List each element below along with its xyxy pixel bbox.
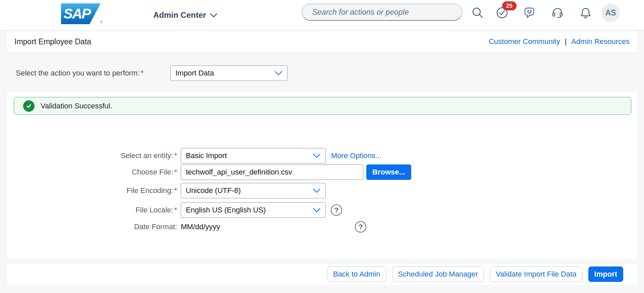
file-locale-row: File Locale:* English US (English US) ? bbox=[7, 202, 342, 218]
success-check-icon bbox=[23, 100, 35, 112]
help-icon[interactable]: ? bbox=[355, 221, 366, 233]
help-icon[interactable]: ? bbox=[331, 204, 342, 216]
chevron-down-icon bbox=[313, 208, 321, 213]
success-banner: Validation Successful. bbox=[14, 97, 631, 115]
feedback-button[interactable] bbox=[523, 6, 536, 19]
file-encoding-select[interactable]: Unicode (UTF-8) bbox=[181, 183, 326, 198]
bell-icon bbox=[579, 15, 592, 20]
required-asterisk: * bbox=[174, 151, 177, 160]
required-asterisk: * bbox=[141, 69, 144, 78]
admin-resources-link[interactable]: Admin Resources bbox=[571, 37, 630, 46]
banner-message: Validation Successful. bbox=[41, 102, 112, 110]
field-label: File Locale:* bbox=[7, 206, 177, 214]
back-to-admin-button[interactable]: Back to Admin bbox=[327, 266, 386, 282]
chevron-down-icon bbox=[313, 188, 321, 193]
action-label: Select the action you want to perform:* bbox=[16, 65, 144, 81]
date-format-row: Date Format: MM/dd/yyyy ? bbox=[7, 219, 366, 235]
date-format-value: MM/dd/yyyy bbox=[181, 223, 220, 231]
file-locale-select[interactable]: English US (English US) bbox=[181, 202, 326, 218]
top-header: SAP ® Admin Center 25 bbox=[0, 0, 644, 30]
link-separator: | bbox=[565, 37, 567, 46]
choose-file-row: Choose File:* Browse... bbox=[7, 164, 411, 180]
field-label: Choose File:* bbox=[7, 168, 177, 177]
search-icon bbox=[471, 15, 484, 20]
admin-center-menu[interactable]: Admin Center bbox=[153, 0, 217, 30]
field-label: File Encoding:* bbox=[7, 186, 177, 195]
page-title: Import Employee Data bbox=[14, 30, 91, 53]
entity-row: Select an entity:* Basic Import More Opt… bbox=[7, 148, 381, 163]
notification-badge: 25 bbox=[502, 1, 517, 10]
action-select[interactable]: Import Data bbox=[170, 65, 287, 81]
sap-logo-text: SAP bbox=[63, 6, 90, 22]
required-asterisk: * bbox=[174, 186, 177, 195]
validate-import-file-data-button[interactable]: Validate Import File Data bbox=[490, 266, 582, 282]
sap-logo[interactable]: SAP bbox=[61, 3, 101, 24]
browse-button[interactable]: Browse... bbox=[366, 164, 411, 180]
chevron-down-icon bbox=[210, 10, 217, 20]
admin-center-label: Admin Center bbox=[153, 10, 206, 20]
customer-community-link[interactable]: Customer Community bbox=[489, 37, 560, 46]
field-label: Select an entity:* bbox=[7, 151, 177, 160]
sap-logo-registered: ® bbox=[100, 20, 103, 24]
required-asterisk: * bbox=[174, 168, 177, 176]
required-asterisk: * bbox=[174, 206, 177, 214]
search-button[interactable] bbox=[471, 6, 484, 19]
scheduled-job-manager-button[interactable]: Scheduled Job Manager bbox=[392, 266, 484, 282]
chevron-down-icon bbox=[274, 71, 282, 76]
file-encoding-row: File Encoding:* Unicode (UTF-8) bbox=[7, 183, 326, 198]
chevron-down-icon bbox=[313, 153, 321, 158]
notifications-button[interactable] bbox=[579, 6, 592, 19]
file-name-input[interactable] bbox=[181, 164, 363, 180]
import-button[interactable]: Import bbox=[588, 266, 623, 282]
avatar[interactable]: AS bbox=[601, 4, 620, 22]
check-circle-icon bbox=[496, 15, 508, 20]
entity-select[interactable]: Basic Import bbox=[181, 148, 326, 163]
file-encoding-select-value: Unicode (UTF-8) bbox=[186, 186, 241, 195]
more-options-link[interactable]: More Options... bbox=[331, 151, 381, 160]
title-bar: Import Employee Data Customer Community … bbox=[7, 30, 637, 53]
title-bar-links: Customer Community | Admin Resources bbox=[489, 30, 630, 53]
entity-select-value: Basic Import bbox=[186, 151, 227, 160]
footer-bar: Back to Admin Scheduled Job Manager Vali… bbox=[7, 263, 637, 285]
search-bar bbox=[302, 4, 462, 21]
field-label: Date Format: bbox=[7, 223, 177, 231]
action-select-value: Import Data bbox=[175, 69, 214, 78]
headset-icon bbox=[551, 15, 564, 20]
support-button[interactable] bbox=[551, 6, 564, 19]
chat-smiley-icon bbox=[523, 15, 536, 20]
file-locale-select-value: English US (English US) bbox=[186, 206, 266, 214]
search-input[interactable] bbox=[302, 4, 462, 20]
content-card: Validation Successful. Select an entity:… bbox=[7, 92, 637, 259]
